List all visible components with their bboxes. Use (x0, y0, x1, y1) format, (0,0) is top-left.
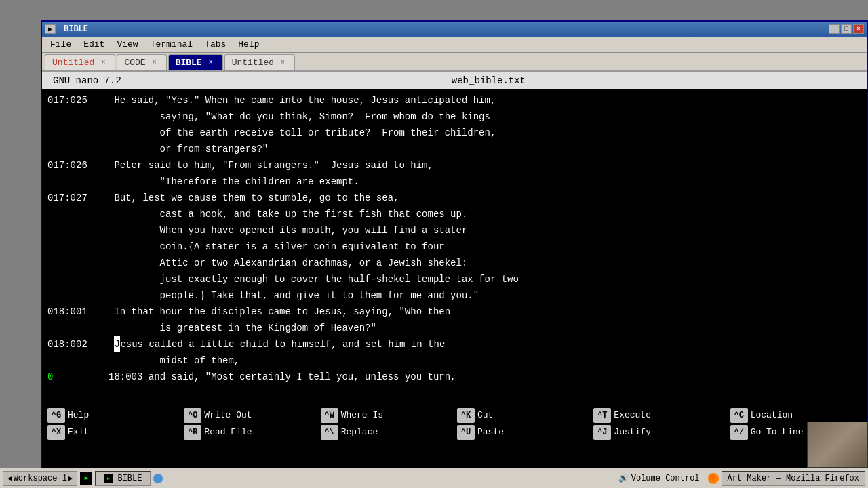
volume-label: Volume Control (631, 474, 700, 483)
footer-paste: ^U Paste (454, 424, 591, 441)
browser-label: Art Maker — Mozilla Firefox (728, 474, 859, 483)
footer-key: ^C (730, 408, 748, 423)
tab-label: Untitled (232, 58, 274, 68)
editor-line: people.} Take that, and give it to them … (47, 287, 861, 304)
firefox-icon (708, 473, 719, 484)
footer-help: ^G Help (45, 407, 181, 424)
titlebar-menu-icon[interactable]: ▶ (45, 24, 56, 34)
footer-key: ^O (184, 408, 201, 423)
footer-key: ^W (321, 408, 338, 423)
footer-key: ^R (184, 425, 201, 440)
close-button[interactable]: × (853, 24, 864, 34)
minimize-button[interactable]: _ (829, 24, 840, 34)
nano-version: GNU nano 7.2 (53, 75, 121, 86)
cursor: J (114, 336, 120, 352)
editor-line: midst of them, (47, 352, 861, 369)
window-controls: _ □ × (829, 24, 864, 34)
nano-filename: web_bible.txt (452, 75, 526, 86)
taskbar-browser-button[interactable]: Art Maker — Mozilla Firefox (722, 471, 865, 486)
footer-justify: ^J Justify (591, 424, 727, 441)
taskbar-term-icon: ▶ (104, 474, 113, 483)
footer-key: ^T (593, 408, 611, 423)
editor-line: is greatest in the Kingdom of Heaven?" (47, 320, 861, 336)
footer-execute: ^T Execute (591, 407, 727, 424)
nano-header: GNU nano 7.2 web_bible.txt (42, 72, 867, 89)
footer-key: ^G (47, 408, 65, 423)
footer-cut: ^K Cut (454, 407, 591, 424)
editor-line: When you have opened its mouth, you will… (47, 222, 861, 239)
nano-footer: ^G Help ^O Write Out ^W Where Is ^K Cut … (42, 405, 867, 442)
next-workspace-icon[interactable]: ▶ (68, 474, 73, 483)
editor-line: or from strangers?" (47, 141, 861, 157)
footer-key: ^J (593, 425, 611, 440)
tab-bible[interactable]: BIBLE × (168, 54, 223, 70)
footer-replace: ^\ Replace (318, 424, 454, 441)
editor-line: 018:001 In that hour the disciples came … (47, 304, 861, 320)
footer-label: Replace (341, 425, 378, 440)
footer-key: ^/ (730, 425, 748, 440)
editor-line: 017:027 But, lest we cause them to stumb… (47, 190, 861, 206)
footer-label: Execute (614, 408, 651, 423)
editor-line: "Therefore the children are exempt. (47, 174, 861, 190)
tab-code[interactable]: CODE × (117, 54, 166, 70)
tab-untitled2[interactable]: Untitled × (224, 54, 295, 70)
footer-key: ^\ (321, 425, 338, 440)
tab-label: CODE (124, 58, 145, 68)
footer-label: Exit (68, 425, 89, 440)
terminal-icon-small: ▶ (80, 472, 92, 485)
editor-line: just exactly enough to cover the half-sh… (47, 271, 861, 287)
menu-tabs[interactable]: Tabs (199, 38, 231, 51)
editor-area[interactable]: 017:025 He said, "Yes." When he came int… (42, 89, 867, 405)
footer-label: Where Is (341, 408, 383, 423)
taskbar-terminal-label: BIBLE (117, 474, 142, 483)
footer-label: Go To Line (751, 425, 804, 440)
menu-terminal[interactable]: Terminal (145, 38, 198, 51)
editor-line: 018:002 Jesus called a little child to h… (47, 336, 861, 352)
active-indicator (153, 474, 163, 483)
prev-workspace-icon[interactable]: ◀ (7, 474, 12, 483)
footer-label: Justify (614, 425, 651, 440)
volume-control[interactable]: 🔊 Volume Control (613, 473, 705, 483)
menu-file[interactable]: File (45, 38, 77, 51)
menu-edit[interactable]: Edit (78, 38, 110, 51)
tab-close-code[interactable]: × (150, 58, 159, 68)
editor-line: 017:025 He said, "Yes." When he came int… (47, 92, 861, 108)
footer-label: Cut (477, 408, 493, 423)
volume-icon: 🔊 (618, 473, 629, 483)
footer-key: ^U (457, 425, 475, 440)
editor-line: cast a hook, and take up the first fish … (47, 206, 861, 222)
footer-readfile: ^R Read File (181, 424, 317, 441)
camera-preview (807, 422, 868, 468)
editor-line: of the earth receive toll or tribute? Fr… (47, 125, 861, 141)
footer-label: Help (68, 408, 89, 423)
tab-close-untitled1[interactable]: × (98, 58, 108, 68)
taskbar-bible-button[interactable]: ▶ BIBLE (95, 471, 151, 486)
footer-label: Write Out (204, 408, 252, 423)
footer-label: Paste (477, 425, 504, 440)
maximize-button[interactable]: □ (841, 24, 852, 34)
editor-line: 018:003 and said, "Most certainly I tell… (47, 369, 861, 385)
footer-label: Read File (204, 425, 252, 440)
tab-close-bible[interactable]: × (206, 58, 216, 68)
menu-help[interactable]: Help (233, 38, 264, 51)
tab-label: Untitled (52, 58, 94, 68)
titlebar: ▶ BIBLE _ □ × (42, 22, 867, 37)
tabbar: Untitled × CODE × BIBLE × Untitled × (42, 53, 867, 72)
editor-line: Attic or two Alexandrian drachmas, or a … (47, 255, 861, 271)
footer-exit: ^X Exit (45, 424, 181, 441)
editor-line: coin.{A stater is a silver coin equivale… (47, 239, 861, 255)
editor-line: 017:026 Peter said to him, "From strange… (47, 157, 861, 174)
footer-whereis: ^W Where Is (318, 407, 454, 424)
tab-label: BIBLE (176, 58, 202, 68)
workspace-switcher[interactable]: ◀ Workspace 1 ▶ (3, 471, 77, 486)
tab-untitled1[interactable]: Untitled × (45, 54, 115, 70)
menubar: File Edit View Terminal Tabs Help (42, 37, 867, 53)
footer-writeout: ^O Write Out (181, 407, 317, 424)
footer-key: ^K (457, 408, 475, 423)
editor-line: saying, "What do you think, Simon? From … (47, 108, 861, 125)
footer-label: Location (751, 408, 793, 423)
tab-close-untitled2[interactable]: × (278, 58, 288, 68)
workspace-label: Workspace 1 (14, 474, 67, 483)
menu-view[interactable]: View (111, 38, 143, 51)
footer-key: ^X (47, 425, 65, 440)
